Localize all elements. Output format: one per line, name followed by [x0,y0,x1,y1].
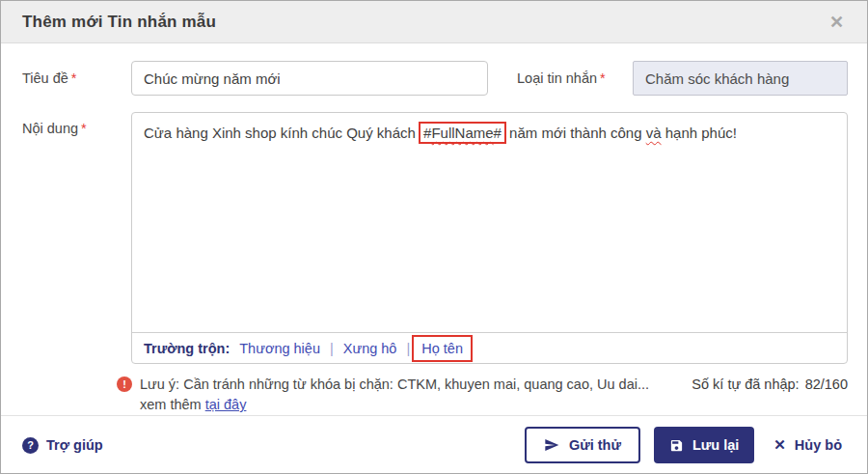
char-counter-label: Số kí tự đã nhập: [692,376,799,392]
required-asterisk: * [81,121,87,136]
message-type-label-text: Loại tin nhắn [517,70,597,86]
modal-header: Thêm mới Tin nhắn mẫu ✕ [1,1,867,43]
content-text-mid: năm mới thành công [505,125,646,141]
required-asterisk: * [600,70,606,86]
merge-field-fullname[interactable]: Họ tên [421,341,463,356]
title-label: Tiêu đề* [22,70,131,86]
title-row: Tiêu đề* Loại tin nhắn* Chăm sóc khách h… [22,61,848,96]
merge-fields-bar: Trường trộn: Thương hiệu | Xưng hô | Họ … [132,332,847,363]
merge-fields-label: Trường trộn: [144,341,230,356]
modal-body: Tiêu đề* Loại tin nhắn* Chăm sóc khách h… [1,43,867,415]
content-box: Cửa hàng Xinh shop kính chúc Quý khách #… [131,112,848,364]
content-text-before: Cửa hàng Xinh shop kính chúc Quý khách [144,125,420,141]
message-type-value: Chăm sóc khách hàng [645,70,789,87]
fullname-token: FullName [431,125,493,141]
message-type-field[interactable]: Chăm sóc khách hàng [633,61,848,96]
content-label: Nội dung* [22,112,131,136]
cancel-x-icon: ✕ [773,436,786,454]
message-type-label: Loại tin nhắn* [517,70,633,86]
fullname-annotation-box: #FullName# [419,122,506,144]
content-row: Nội dung* Cửa hàng Xinh shop kính chúc Q… [22,112,848,364]
content-label-text: Nội dung [22,121,78,136]
flagged-word: và [646,125,662,141]
title-label-text: Tiêu đề [22,70,68,86]
send-test-label: Gửi thử [569,437,621,453]
note-line2-text: xem thêm [140,397,205,412]
warning-icon: ! [117,376,132,392]
note-line1: Lưu ý: Cần tránh những từ khóa bị chặn: … [140,376,649,392]
separator: | [406,341,410,356]
tag-close: # [494,125,502,141]
add-message-template-modal: Thêm mới Tin nhắn mẫu ✕ Tiêu đề* Loại ti… [0,0,868,474]
modal-footer: ? Trợ giúp Gửi thử Lưu lại ✕ Hủy bỏ [1,415,867,474]
close-icon[interactable]: ✕ [829,14,844,31]
merge-field-salutation[interactable]: Xưng hô [343,341,397,356]
cancel-label: Hủy bỏ [795,437,842,453]
note-text: Lưu ý: Cần tránh những từ khóa bị chặn: … [140,375,649,415]
char-counter-value: 82/160 [805,376,848,392]
save-icon [669,438,684,453]
help-label: Trợ giúp [46,437,103,453]
char-counter: Số kí tự đã nhập:82/160 [692,375,848,392]
merge-field-brand[interactable]: Thương hiệu [239,341,320,356]
separator: | [330,341,334,356]
content-editor[interactable]: Cửa hàng Xinh shop kính chúc Quý khách #… [132,113,847,332]
send-test-button[interactable]: Gửi thử [525,427,640,463]
content-text-end: hạnh phúc! [662,125,737,141]
save-button[interactable]: Lưu lại [654,427,754,463]
footer-buttons: Gửi thử Lưu lại ✕ Hủy bỏ [525,427,848,463]
see-more-link[interactable]: tại đây [205,397,247,412]
modal-title: Thêm mới Tin nhắn mẫu [22,13,216,32]
required-asterisk: * [71,70,77,86]
note-row: ! Lưu ý: Cần tránh những từ khóa bị chặn… [22,375,848,415]
question-icon: ? [22,437,39,454]
help-button[interactable]: ? Trợ giúp [22,437,103,454]
send-icon [544,437,559,453]
fullname-merge-annotation-box: Họ tên [412,335,473,362]
cancel-button[interactable]: ✕ Hủy bỏ [768,427,848,463]
save-label: Lưu lại [692,437,739,453]
title-input[interactable] [131,61,488,96]
